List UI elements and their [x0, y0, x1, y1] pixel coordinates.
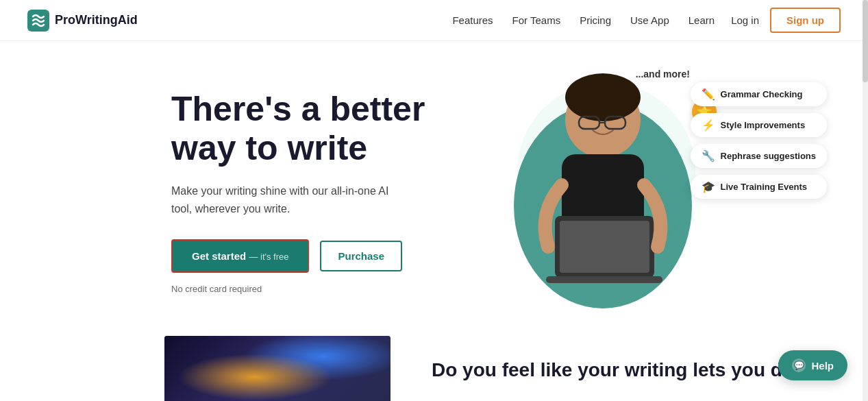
hero-right: ⭐ ...and more! ✏️ Grammar Checking ⚡ Sty… — [459, 41, 841, 329]
starry-night-image — [164, 336, 390, 401]
hero-section: There's a better way to write Make your … — [0, 41, 868, 329]
grammar-label: Grammar Checking — [721, 89, 803, 99]
nav-features[interactable]: Features — [452, 14, 493, 26]
chat-icon: 💬 — [792, 359, 806, 372]
free-label: — it's free — [249, 252, 288, 262]
scroll-thumb[interactable] — [863, 0, 868, 82]
purchase-button[interactable]: Purchase — [320, 241, 402, 271]
hero-buttons: Get started — it's free Purchase — [171, 239, 459, 273]
training-icon: 🎓 — [702, 180, 715, 193]
rephrase-icon: 🔧 — [702, 149, 715, 162]
no-credit-text: No credit card required — [171, 284, 459, 294]
pill-rephrase: 🔧 Rephrase suggestions — [691, 144, 827, 168]
person-illustration — [497, 48, 709, 308]
scrollbar[interactable] — [863, 0, 868, 401]
training-label: Live Training Events — [721, 182, 807, 192]
svg-point-3 — [565, 73, 641, 121]
starry-swirl — [164, 336, 390, 401]
nav-use-app[interactable]: Use App — [630, 14, 669, 26]
hero-title: There's a better way to write — [171, 90, 459, 169]
nav-links: Features For Teams Pricing Use App Learn — [452, 14, 715, 27]
navbar: ProWritingAid Features For Teams Pricing… — [0, 0, 868, 41]
pill-training: 🎓 Live Training Events — [691, 175, 827, 199]
hero-subtitle: Make your writing shine with our all-in-… — [171, 182, 404, 217]
pill-grammar: ✏️ Grammar Checking — [691, 82, 827, 106]
login-button[interactable]: Log in — [731, 14, 759, 26]
feature-pills: ✏️ Grammar Checking ⚡ Style Improvements… — [691, 82, 827, 199]
style-icon: ⚡ — [702, 119, 715, 132]
pill-style: ⚡ Style Improvements — [691, 113, 827, 137]
help-button[interactable]: 💬 Help — [778, 350, 847, 380]
nav-learn[interactable]: Learn — [689, 14, 715, 26]
nav-teams[interactable]: For Teams — [512, 14, 561, 26]
style-label: Style Improvements — [721, 120, 806, 130]
brand-name: ProWritingAid — [55, 13, 138, 27]
logo[interactable]: ProWritingAid — [27, 10, 138, 32]
rephrase-label: Rephrase suggestions — [721, 151, 816, 161]
help-label: Help — [811, 360, 834, 372]
svg-rect-10 — [546, 276, 662, 283]
nav-pricing[interactable]: Pricing — [580, 14, 611, 26]
grammar-icon: ✏️ — [702, 88, 715, 101]
logo-icon — [27, 10, 49, 32]
signup-button[interactable]: Sign up — [770, 8, 841, 33]
get-started-button[interactable]: Get started — it's free — [171, 239, 309, 273]
get-started-label: Get started — [192, 250, 246, 262]
bottom-section: Do you feel like your writing lets you d… — [0, 329, 868, 401]
hero-left: There's a better way to write Make your … — [171, 41, 459, 329]
svg-rect-9 — [560, 221, 649, 273]
